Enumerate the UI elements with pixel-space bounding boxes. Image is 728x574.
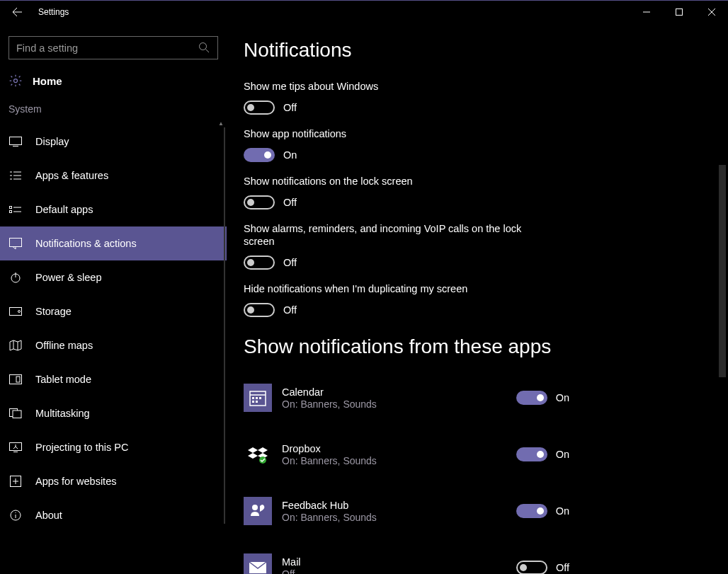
gear-icon (8, 74, 23, 88)
sidebar-item-label: About (35, 510, 62, 521)
apps-heading: Show notifications from these apps (244, 335, 695, 358)
storage-icon (8, 304, 23, 318)
maximize-button[interactable] (663, 1, 695, 23)
close-button[interactable] (695, 1, 728, 23)
sidebar-item-power-sleep[interactable]: Power & sleep (0, 260, 227, 294)
titlebar: Settings (0, 1, 728, 23)
app-row-calendar[interactable]: CalendarOn: Banners, SoundsOn (244, 378, 569, 418)
app-feedback-state: On (556, 505, 569, 517)
apps-features-icon (8, 168, 23, 183)
back-button[interactable] (0, 1, 34, 23)
power-sleep-icon (8, 270, 23, 285)
content-pane: Notifications Show me tips about Windows… (227, 23, 717, 574)
notifications-icon (8, 236, 23, 251)
setting-label-lock: Show notifications on the lock screen (244, 175, 548, 188)
projecting-icon (8, 440, 23, 454)
sidebar-item-label: Power & sleep (35, 272, 102, 283)
svg-point-2 (14, 79, 18, 83)
sidebar-item-notifications[interactable]: Notifications & actions (0, 226, 227, 260)
sidebar-item-label: Default apps (35, 204, 93, 215)
minimize-button[interactable] (630, 1, 663, 23)
sidebar-item-default-apps[interactable]: Default apps (0, 193, 227, 226)
app-name: Calendar (282, 386, 516, 398)
sidebar-item-label: Storage (35, 306, 72, 317)
app-row-feedback[interactable]: Feedback HubOn: Banners, SoundsOn (244, 491, 569, 531)
app-calendar-toggle[interactable] (516, 391, 547, 405)
setting-alarms-toggle[interactable] (244, 256, 275, 270)
dropbox-app-icon (244, 440, 272, 469)
home-label: Home (33, 75, 62, 87)
svg-rect-21 (252, 401, 254, 403)
setting-label-alarms: Show alarms, reminders, and incoming VoI… (244, 222, 548, 249)
sidebar-item-apps-features[interactable]: Apps & features (0, 159, 227, 193)
sidebar-item-label: Tablet mode (35, 374, 91, 385)
offline-maps-icon (8, 338, 23, 352)
app-status: On: Banners, Sounds (282, 512, 516, 523)
app-status: Off (282, 568, 516, 574)
setting-lock-state: Off (283, 197, 297, 208)
setting-tips-state: Off (283, 102, 297, 113)
app-feedback-toggle[interactable] (516, 504, 547, 518)
svg-rect-5 (10, 211, 12, 213)
sidebar-item-offline-maps[interactable]: Offline maps (0, 328, 227, 362)
app-status: On: Banners, Sounds (282, 455, 516, 466)
app-row-dropbox[interactable]: DropboxOn: Banners, SoundsOn (244, 435, 569, 474)
setting-label-app-notifs: Show app notifications (244, 127, 548, 141)
app-status: On: Banners, Sounds (282, 398, 516, 410)
setting-tips-toggle[interactable] (244, 101, 275, 115)
home-link[interactable]: Home (0, 74, 227, 101)
sidebar-item-label: Apps & features (35, 170, 108, 181)
mail-app-icon (244, 553, 272, 574)
sidebar-item-label: Apps for websites (35, 476, 116, 487)
svg-rect-18 (252, 397, 254, 399)
svg-rect-6 (10, 239, 22, 247)
app-name: Dropbox (282, 443, 516, 454)
page-heading: Notifications (244, 39, 695, 62)
setting-label-tips: Show me tips about Windows (244, 80, 548, 93)
app-mail-toggle[interactable] (516, 561, 547, 574)
section-label: System (0, 101, 227, 125)
sidebar-item-label: Projecting to this PC (35, 442, 128, 453)
svg-rect-8 (10, 308, 22, 316)
svg-rect-22 (256, 401, 258, 403)
display-icon (8, 134, 23, 149)
apps-websites-icon (8, 474, 23, 488)
svg-rect-13 (13, 411, 21, 418)
multitasking-icon (8, 406, 23, 420)
default-apps-icon (8, 202, 23, 217)
search-input[interactable] (8, 36, 218, 59)
sidebar-item-projecting[interactable]: Projecting to this PC (0, 430, 227, 464)
sidebar-item-label: Multitasking (35, 408, 90, 419)
svg-rect-11 (16, 377, 20, 382)
sidebar-item-display[interactable]: Display (0, 125, 227, 159)
window-title: Settings (38, 7, 69, 17)
sidebar-item-label: Offline maps (35, 340, 93, 351)
sidebar-item-apps-websites[interactable]: Apps for websites (0, 464, 227, 498)
content-scrollbar[interactable] (717, 23, 728, 574)
feedback-app-icon (244, 497, 272, 525)
setting-duplicate-state: Off (283, 304, 297, 316)
tablet-mode-icon (8, 372, 23, 386)
app-dropbox-toggle[interactable] (516, 447, 547, 461)
app-mail-state: Off (556, 562, 569, 573)
setting-lock-toggle[interactable] (244, 195, 275, 209)
sidebar-item-label: Notifications & actions (35, 238, 137, 249)
sidebar-item-about[interactable]: About (0, 498, 227, 532)
sidebar-item-storage[interactable]: Storage (0, 294, 227, 328)
svg-rect-0 (676, 9, 683, 16)
app-calendar-state: On (556, 392, 569, 403)
setting-app-notifs-toggle[interactable] (244, 148, 275, 162)
sidebar-item-tablet-mode[interactable]: Tablet mode (0, 362, 227, 396)
calendar-app-icon (244, 384, 272, 412)
app-row-mail[interactable]: MailOffOff (244, 548, 569, 574)
app-name: Feedback Hub (282, 500, 516, 511)
svg-point-9 (18, 311, 21, 313)
sidebar-item-label: Display (35, 136, 69, 147)
svg-rect-3 (10, 137, 22, 145)
app-dropbox-state: On (556, 449, 569, 460)
svg-point-25 (252, 505, 258, 510)
setting-duplicate-toggle[interactable] (244, 303, 275, 317)
sidebar-item-multitasking[interactable]: Multitasking (0, 396, 227, 430)
sidebar: Home System ▲DisplayApps & featuresDefau… (0, 23, 227, 574)
svg-rect-19 (256, 397, 258, 399)
